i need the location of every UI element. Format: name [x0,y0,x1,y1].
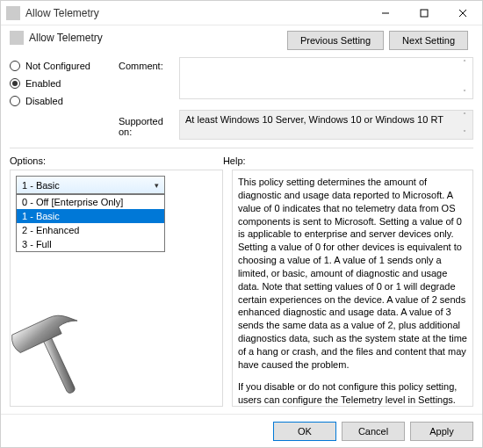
dropdown-item[interactable]: 3 - Full [17,237,164,251]
help-text: If you disable or do not configure this … [238,380,467,407]
comment-textarea[interactable]: ˄˅ [179,57,473,99]
maximize-button[interactable] [405,1,443,25]
page-title: Allow Telemetry [29,32,103,44]
window-controls [366,1,482,25]
telemetry-level-combo[interactable]: 1 - Basic ▾ [16,176,165,194]
state-radio-group: Not Configured Enabled Disabled [10,57,115,106]
chevron-up-icon: ˄ [458,112,471,119]
apply-button[interactable]: Apply [410,422,473,441]
titlebar: Allow Telemetry [1,1,482,25]
radio-disabled[interactable]: Disabled [10,96,115,106]
splitter[interactable] [10,145,473,150]
next-setting-button[interactable]: Next Setting [389,31,468,50]
chevron-up-icon: ˄ [458,60,471,67]
radio-enabled[interactable]: Enabled [10,78,115,89]
policy-icon [10,31,24,45]
supported-on-text: At least Windows 10 Server, Windows 10 o… [179,110,473,140]
options-section-label: Options: [10,155,223,166]
window-title: Allow Telemetry [25,7,366,19]
telemetry-level-dropdown: 0 - Off [Enterprise Only] 1 - Basic 2 - … [16,194,165,252]
header-row: Allow Telemetry Previous Setting Next Se… [10,31,473,50]
help-panel: This policy setting determines the amoun… [232,170,473,407]
footer: OK Cancel Apply [1,414,482,447]
columns-header: Options: Help: [10,155,473,166]
dropdown-item[interactable]: 2 - Enhanced [17,223,164,237]
cancel-button[interactable]: Cancel [342,422,405,441]
minimize-button[interactable] [366,1,405,25]
body: Allow Telemetry Previous Setting Next Se… [1,25,482,414]
comment-label: Comment: [119,57,176,71]
chevron-down-icon: ˅ [458,130,471,137]
columns: 1 - Basic ▾ 0 - Off [Enterprise Only] 1 … [10,170,473,407]
radio-not-configured[interactable]: Not Configured [10,61,115,71]
dropdown-item[interactable]: 1 - Basic [17,209,164,223]
app-icon [6,6,20,20]
top-grid: Not Configured Enabled Disabled Comment:… [10,57,473,140]
dropdown-item[interactable]: 0 - Off [Enterprise Only] [17,195,164,209]
svg-rect-1 [421,10,428,17]
options-panel: 1 - Basic ▾ 0 - Off [Enterprise Only] 1 … [10,170,223,407]
radio-icon [10,78,20,89]
svg-rect-4 [40,329,76,394]
ok-button[interactable]: OK [273,422,336,441]
chevron-down-icon: ˅ [458,90,471,97]
hammer-icon [10,292,116,407]
window: Allow Telemetry Allow Telemetry Previous… [0,0,483,448]
help-text: This policy setting determines the amoun… [238,176,467,372]
supported-on-label: Supported on: [119,112,176,137]
help-section-label: Help: [223,155,473,166]
radio-icon [10,96,20,106]
radio-icon [10,61,20,71]
chevron-down-icon: ▾ [148,181,164,190]
previous-setting-button[interactable]: Previous Setting [287,31,384,50]
close-button[interactable] [443,1,482,25]
